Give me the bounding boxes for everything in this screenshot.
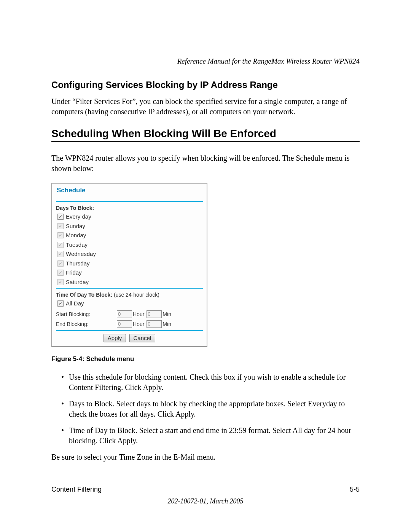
footer-doc-id: 202-10072-01, March 2005 (51, 497, 360, 505)
checkbox-friday-row[interactable]: ✓ Friday (57, 268, 203, 277)
footer-section-name: Content Filtering (51, 486, 102, 494)
body-paragraph: Under “Filter Services For”, you can blo… (51, 96, 360, 117)
checkbox-icon: ✓ (57, 223, 64, 229)
checkbox-everyday-row[interactable]: ✓ Every day (57, 212, 203, 221)
list-item: Time of Day to Block. Select a start and… (61, 425, 360, 446)
start-blocking-row: Start Blocking: 0 Hour 0 Min (56, 310, 203, 318)
time-of-day-hint: (use 24-hour clock) (112, 292, 159, 298)
panel-divider (56, 330, 203, 331)
body-paragraph: The WPN824 router allows you to specify … (51, 153, 360, 174)
section-title: Scheduling When Blocking Will Be Enforce… (51, 128, 360, 140)
checkbox-icon: ✓ (57, 214, 64, 220)
days-to-block-label: Days To Block: (56, 205, 203, 211)
panel-divider (56, 201, 203, 202)
time-of-day-label: Time Of Day To Block: (use 24-hour clock… (56, 292, 203, 298)
checkbox-icon: ✓ (57, 300, 64, 307)
running-header: Reference Manual for the RangeMax Wirele… (51, 57, 360, 68)
min-unit-label: Min (162, 311, 171, 317)
apply-button[interactable]: Apply (104, 334, 126, 342)
checkbox-thursday-row[interactable]: ✓ Thursday (57, 259, 203, 268)
checkbox-label: Saturday (66, 278, 89, 287)
bullet-list: Use this schedule for blocking content. … (51, 372, 360, 446)
hour-unit-label: Hour (133, 321, 144, 327)
checkbox-label: All Day (66, 299, 84, 308)
checkbox-icon: ✓ (57, 279, 64, 285)
panel-title: Schedule (57, 187, 203, 194)
footer-page-number: 5-5 (350, 486, 360, 494)
end-min-input[interactable]: 0 (147, 320, 162, 328)
checkbox-icon: ✓ (57, 251, 64, 257)
end-blocking-label: End Blocking: (56, 321, 117, 327)
list-item: Days to Block. Select days to block by c… (61, 399, 360, 419)
checkbox-icon: ✓ (57, 242, 64, 248)
figure-caption: Figure 5-4: Schedule menu (51, 355, 360, 363)
page-footer: Content Filtering 5-5 202-10072-01, Marc… (51, 483, 360, 505)
checkbox-label: Every day (66, 212, 91, 221)
end-blocking-row: End Blocking: 0 Hour 0 Min (56, 320, 203, 328)
checkbox-monday-row[interactable]: ✓ Monday (57, 231, 203, 240)
button-row: Apply Cancel (56, 334, 203, 342)
checkbox-icon: ✓ (57, 260, 64, 267)
list-item: Use this schedule for blocking content. … (61, 372, 360, 393)
checkbox-label: Wednesday (66, 250, 96, 259)
checkbox-label: Tuesday (66, 241, 88, 249)
schedule-panel: Schedule Days To Block: ✓ Every day ✓ Su… (51, 183, 207, 347)
checkbox-icon: ✓ (57, 270, 64, 276)
checkbox-label: Monday (66, 231, 86, 240)
checkbox-wednesday-row[interactable]: ✓ Wednesday (57, 250, 203, 259)
checkbox-sunday-row[interactable]: ✓ Sunday (57, 222, 203, 231)
checkbox-label: Thursday (66, 259, 90, 268)
footer-rule (51, 483, 360, 483)
subsection-title: Configuring Services Blocking by IP Addr… (51, 80, 360, 90)
panel-divider (56, 288, 203, 289)
figure-schedule: Schedule Days To Block: ✓ Every day ✓ Su… (51, 183, 360, 347)
start-hour-input[interactable]: 0 (117, 310, 132, 318)
checkbox-label: Friday (66, 268, 82, 277)
hour-unit-label: Hour (133, 311, 144, 317)
start-blocking-label: Start Blocking: (56, 311, 117, 317)
min-unit-label: Min (162, 321, 171, 327)
checkbox-label: Sunday (66, 222, 85, 231)
checkbox-allday-row[interactable]: ✓ All Day (57, 299, 203, 308)
start-min-input[interactable]: 0 (147, 310, 162, 318)
cancel-button[interactable]: Cancel (129, 334, 156, 342)
section-rule (51, 141, 360, 142)
checkbox-tuesday-row[interactable]: ✓ Tuesday (57, 241, 203, 249)
end-hour-input[interactable]: 0 (117, 320, 132, 328)
body-paragraph: Be sure to select your Time Zone in the … (51, 452, 360, 462)
time-of-day-title: Time Of Day To Block: (56, 292, 112, 298)
checkbox-saturday-row[interactable]: ✓ Saturday (57, 278, 203, 287)
checkbox-icon: ✓ (57, 232, 64, 238)
